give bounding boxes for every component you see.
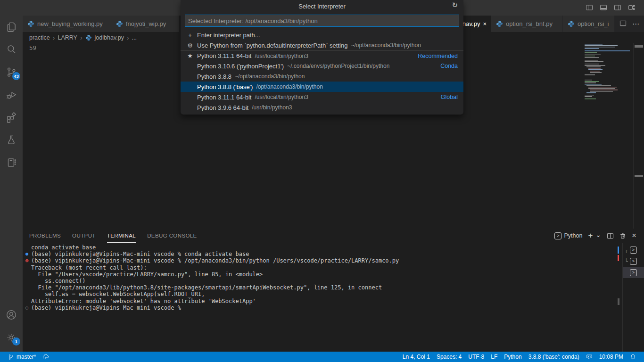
python-interpreter-status[interactable]: 3.8.8 ('base': conda)	[525, 352, 583, 362]
terminal-dropdown-chevron-icon[interactable]: ⌄	[595, 231, 601, 239]
tab-new-buying-working[interactable]: new_buying_working.py	[23, 16, 111, 32]
chevron-right-icon: ›	[127, 34, 129, 41]
interpreter-search-input[interactable]	[185, 15, 459, 27]
testing-icon[interactable]	[0, 129, 23, 151]
scrollbar-marker[interactable]	[635, 175, 643, 177]
notifications-bell-icon[interactable]	[627, 352, 639, 362]
feedback-icon[interactable]	[583, 352, 596, 362]
source-control-icon[interactable]: 43	[0, 61, 23, 83]
interpreter-option-pythonproject1[interactable]: Python 3.10.6 ('pythonProject1') ~/.cond…	[181, 61, 463, 71]
breadcrumb-item[interactable]: LARRY	[58, 34, 77, 41]
overview-error-mark	[618, 255, 619, 261]
split-terminal-icon[interactable]	[607, 232, 614, 239]
new-terminal-icon[interactable]: +	[588, 231, 593, 240]
tab-fnojyoti-wip[interactable]: fnojyoti_wip.py	[111, 16, 179, 32]
kill-terminal-trash-icon[interactable]	[619, 232, 626, 239]
toggle-secondary-sidebar-icon[interactable]	[614, 4, 621, 11]
python-file-icon	[85, 34, 92, 41]
settings-gear-icon[interactable]: 1	[0, 326, 23, 349]
terminal-output[interactable]: conda activate base ●(base) vipinkukreja…	[23, 244, 617, 311]
chevron-right-icon: ›	[53, 34, 55, 41]
breadcrumb-item[interactable]: jodibhav.py	[95, 34, 124, 41]
interpreter-option-recommended[interactable]: ★ Python 3.11.1 64-bit /usr/local/bin/py…	[181, 50, 463, 61]
split-editor-icon[interactable]	[619, 20, 627, 28]
notebook-icon[interactable]	[0, 151, 23, 174]
minimap[interactable]	[584, 43, 632, 105]
activity-bar: 43 1	[0, 16, 23, 352]
recommended-tag: Recommended	[418, 53, 458, 59]
terminal-shell-selector[interactable]: > Python	[554, 232, 582, 239]
command-error-icon: ⊗	[23, 257, 31, 264]
command-pending-icon: ○	[23, 304, 31, 311]
explorer-icon[interactable]	[0, 16, 23, 38]
status-bar: master* Ln 4, Col 1 Spaces: 4 UTF-8 LF P…	[0, 352, 644, 362]
run-and-debug-icon[interactable]	[0, 83, 23, 106]
toggle-panel-icon[interactable]	[600, 4, 607, 11]
indentation[interactable]: Spaces: 4	[433, 352, 465, 362]
cloud-upload-icon	[42, 354, 49, 360]
sync-changes-button[interactable]	[39, 352, 52, 362]
toggle-sidebar-icon[interactable]	[586, 4, 593, 11]
tab-label: fnojyoti_wip.py	[126, 20, 166, 27]
minimap-divider	[633, 43, 634, 229]
interpreter-option-3111-global[interactable]: Python 3.11.1 64-bit /usr/local/bin/pyth…	[181, 92, 463, 102]
tab-option-rsi-bnf[interactable]: option_rsi_bnf.py	[491, 16, 563, 32]
scrollbar-marker[interactable]	[635, 45, 643, 48]
cursor-position[interactable]: Ln 4, Col 1	[399, 352, 433, 362]
tab-option-rsi-i[interactable]: option_rsi_i	[563, 16, 615, 32]
interpreter-option-388-user[interactable]: Python 3.8.8 ~/opt/anaconda3/bin/python	[181, 71, 463, 82]
command-success-icon: ●	[23, 251, 31, 257]
terminal-list: ┌ > └ > >	[623, 244, 644, 278]
source-control-badge: 43	[12, 72, 20, 80]
breadcrumb-item[interactable]: practice	[29, 34, 50, 41]
python-file-icon	[496, 20, 503, 27]
search-icon[interactable]	[0, 38, 23, 61]
terminal-icon: >	[630, 269, 637, 276]
terminal-scrollbar-thumb[interactable]	[618, 298, 619, 305]
line-number: 59	[29, 44, 36, 51]
select-interpreter-dialog: Select Interpreter ↻ + Enter interpreter…	[181, 0, 463, 115]
language-mode[interactable]: Python	[501, 352, 525, 362]
chevron-right-icon: ›	[80, 34, 83, 41]
star-icon: ★	[186, 52, 194, 59]
global-tag: Global	[441, 94, 458, 100]
panel-tab-output[interactable]: OUTPUT	[72, 229, 96, 243]
panel-tab-terminal[interactable]: TERMINAL	[107, 229, 136, 243]
close-panel-icon[interactable]: ×	[632, 231, 636, 240]
clock-status[interactable]: 10:08 PM	[596, 352, 627, 362]
refresh-icon[interactable]: ↻	[452, 1, 458, 9]
terminal-icon: >	[554, 232, 561, 239]
interpreter-option-396[interactable]: Python 3.9.6 64-bit /usr/bin/python3	[181, 102, 463, 113]
breadcrumb-item[interactable]: ...	[132, 34, 137, 41]
tab-label: option_rsi_bnf.py	[506, 20, 553, 27]
python-file-icon	[27, 20, 34, 27]
extensions-icon[interactable]	[0, 106, 23, 129]
python-file-icon	[568, 20, 575, 27]
terminal-instance-split-top[interactable]: ┌ >	[623, 244, 644, 255]
dialog-title: Select Interpreter	[298, 3, 346, 10]
interpreter-option-default-setting[interactable]: ⚙ Use Python from `python.defaultInterpr…	[181, 40, 463, 50]
more-actions-icon[interactable]: ⋯	[632, 20, 639, 28]
interpreter-list: + Enter interpreter path... ⚙ Use Python…	[181, 30, 463, 113]
tab-label: option_rsi_i	[578, 20, 609, 27]
terminal-instance-split-bottom[interactable]: └ >	[623, 255, 644, 267]
conda-tag: Conda	[440, 63, 458, 69]
tab-label: new_buying_working.py	[37, 20, 103, 27]
terminal-icon: >	[630, 258, 637, 265]
encoding[interactable]: UTF-8	[465, 352, 487, 362]
overview-success-mark	[618, 247, 619, 254]
python-file-icon	[116, 20, 123, 27]
git-branch-status[interactable]: master*	[5, 352, 39, 362]
gear-icon: ⚙	[186, 42, 194, 49]
terminal-icon: >	[630, 247, 637, 254]
eol-sequence[interactable]: LF	[487, 352, 501, 362]
interpreter-option-388-base-selected[interactable]: Python 3.8.8 ('base') /opt/anaconda3/bin…	[181, 82, 463, 92]
panel-tab-debug-console[interactable]: DEBUG CONSOLE	[147, 229, 197, 243]
panel-tab-problems[interactable]: PROBLEMS	[29, 229, 61, 243]
account-icon[interactable]	[0, 304, 23, 326]
terminal-instance-active[interactable]: >	[623, 267, 644, 278]
customize-layout-icon[interactable]	[628, 4, 636, 11]
plus-icon: +	[186, 32, 194, 39]
interpreter-option-enter-path[interactable]: + Enter interpreter path...	[181, 30, 463, 40]
tab-close-icon[interactable]: ×	[483, 20, 487, 27]
